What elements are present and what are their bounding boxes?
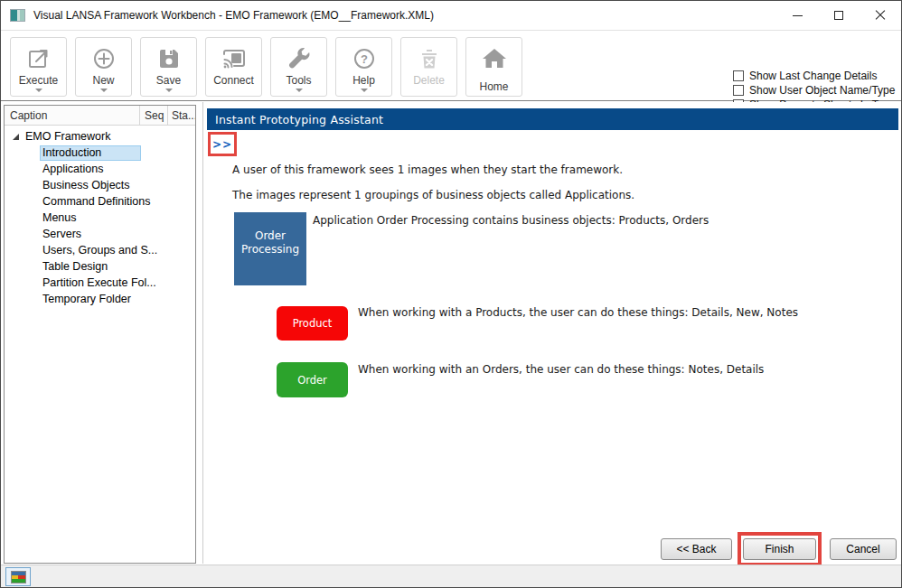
tree-item-servers[interactable]: Servers bbox=[5, 226, 195, 242]
delete-button: Delete bbox=[400, 37, 457, 97]
option-show-user-object-name-type[interactable]: Show User Object Name/Type bbox=[733, 83, 895, 98]
dropdown-caret-icon bbox=[296, 89, 303, 92]
new-icon bbox=[90, 44, 117, 73]
tree-body: EMO Framework Introduction Applications … bbox=[5, 126, 195, 307]
column-seq[interactable]: Seq bbox=[140, 106, 168, 125]
business-object-tile-order[interactable]: Order bbox=[277, 362, 348, 397]
tree-item-temporary-folder[interactable]: Temporary Folder bbox=[5, 291, 195, 307]
delete-icon bbox=[416, 44, 443, 73]
order-caption: When working with an Orders, the user ca… bbox=[358, 363, 764, 376]
application-caption: Application Order Processing contains bu… bbox=[313, 214, 709, 227]
tree-root-emo-framework[interactable]: EMO Framework bbox=[5, 128, 195, 145]
tree-column-headers: Caption Seq Sta... bbox=[5, 106, 195, 126]
tree-item-business-objects[interactable]: Business Objects bbox=[5, 177, 195, 193]
tree-item-table-design[interactable]: Table Design bbox=[5, 258, 195, 275]
tree-item-introduction[interactable]: Introduction bbox=[5, 145, 195, 161]
close-button[interactable] bbox=[860, 1, 901, 31]
checkbox[interactable] bbox=[733, 70, 744, 81]
tree-item-partition-execute-folder[interactable]: Partition Execute Fol... bbox=[5, 275, 195, 291]
close-icon bbox=[875, 10, 886, 21]
navigation-tree-panel: Caption Seq Sta... EMO Framework Introdu… bbox=[4, 105, 196, 564]
maximize-button[interactable] bbox=[818, 1, 860, 31]
tree-item-applications[interactable]: Applications bbox=[5, 161, 195, 177]
expand-button[interactable]: >> bbox=[212, 139, 232, 150]
tools-button[interactable]: Tools bbox=[270, 37, 327, 97]
home-icon bbox=[481, 44, 508, 73]
framework-taskbar-item[interactable] bbox=[5, 567, 31, 586]
svg-text:?: ? bbox=[361, 52, 368, 66]
dropdown-caret-icon bbox=[35, 89, 42, 92]
maximize-icon bbox=[834, 11, 843, 20]
dropdown-caret-icon bbox=[165, 89, 173, 92]
status-bar bbox=[1, 565, 901, 587]
save-button[interactable]: Save bbox=[140, 37, 197, 97]
dropdown-caret-icon bbox=[100, 89, 108, 92]
finish-button[interactable]: Finish bbox=[743, 538, 816, 560]
tree-item-command-definitions[interactable]: Command Definitions bbox=[5, 193, 195, 210]
intro-line-1: A user of this framework sees 1 images w… bbox=[232, 163, 623, 176]
instant-prototyping-assistant-panel: Instant Prototyping Assistant >> A user … bbox=[207, 102, 899, 564]
app-icon bbox=[10, 9, 25, 22]
cancel-button[interactable]: Cancel bbox=[830, 538, 897, 560]
connect-icon bbox=[221, 44, 248, 73]
finish-annotation: Finish bbox=[738, 532, 822, 566]
column-sta[interactable]: Sta... bbox=[168, 106, 195, 125]
execute-icon bbox=[25, 44, 52, 73]
product-caption: When working with a Products, the user c… bbox=[358, 306, 798, 319]
tree-item-users-groups[interactable]: Users, Groups and S... bbox=[5, 242, 195, 258]
title-bar: Visual LANSA Framework Workbench - EMO F… bbox=[1, 1, 901, 31]
expander-annotation: >> bbox=[208, 132, 237, 156]
panel-splitter[interactable] bbox=[202, 102, 203, 564]
window-controls bbox=[776, 1, 901, 31]
help-button[interactable]: ? Help bbox=[335, 37, 392, 97]
checkbox[interactable] bbox=[733, 85, 744, 96]
minimize-button[interactable] bbox=[776, 1, 818, 31]
column-caption[interactable]: Caption bbox=[5, 106, 140, 125]
toolbar: Execute New Save Connect bbox=[1, 32, 901, 101]
intro-line-2: The images represent 1 groupings of busi… bbox=[232, 189, 634, 201]
window-title: Visual LANSA Framework Workbench - EMO F… bbox=[33, 9, 434, 22]
minimize-icon bbox=[793, 15, 803, 16]
help-icon: ? bbox=[351, 44, 378, 73]
execute-button[interactable]: Execute bbox=[10, 37, 67, 97]
tree-item-menus[interactable]: Menus bbox=[5, 210, 195, 226]
tools-icon bbox=[286, 44, 313, 73]
option-show-last-change-details[interactable]: Show Last Change Details bbox=[733, 69, 895, 83]
dropdown-caret-icon bbox=[361, 89, 368, 92]
home-button[interactable]: Home bbox=[465, 37, 522, 97]
framework-window-icon bbox=[11, 571, 26, 583]
new-button[interactable]: New bbox=[75, 37, 132, 97]
app-window: Visual LANSA Framework Workbench - EMO F… bbox=[0, 0, 902, 588]
business-object-tile-product[interactable]: Product bbox=[277, 306, 348, 341]
assistant-header: Instant Prototyping Assistant bbox=[207, 108, 898, 130]
application-tile-order-processing[interactable]: Order Processing bbox=[234, 212, 306, 285]
connect-button[interactable]: Connect bbox=[205, 37, 262, 97]
tree-expanded-icon[interactable] bbox=[13, 134, 19, 140]
back-button[interactable]: << Back bbox=[661, 538, 732, 560]
save-icon bbox=[155, 44, 183, 73]
